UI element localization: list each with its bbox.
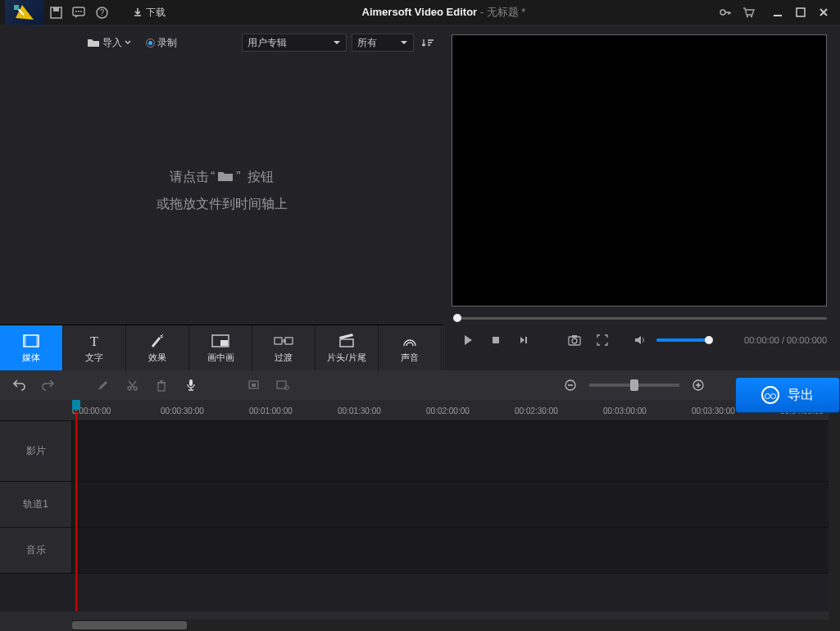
playbar: 00:00:00 / 00:00:000: [452, 326, 832, 354]
svg-point-27: [572, 338, 577, 343]
crop-button[interactable]: [243, 375, 264, 396]
timeline-area: 0:00:00:0000:00:30:0000:01:00:0000:01:30…: [0, 370, 840, 631]
preview-seekbar[interactable]: [452, 313, 832, 323]
timeline-toolbar: [0, 370, 840, 400]
svg-rect-28: [572, 335, 577, 338]
feedback-button[interactable]: [67, 1, 90, 24]
zoom-out-button[interactable]: [560, 375, 581, 396]
ruler-tick: 00:02:00:00: [426, 406, 470, 415]
save-button[interactable]: [44, 1, 67, 24]
reel-icon: [761, 386, 779, 404]
play-button[interactable]: [456, 329, 479, 352]
maximize-button[interactable]: [789, 1, 812, 24]
step-button[interactable]: [512, 329, 535, 352]
track-body[interactable]: [72, 528, 840, 573]
tab-label: 声音: [401, 352, 419, 364]
svg-point-11: [746, 15, 747, 16]
tab-effect[interactable]: 效果: [126, 325, 189, 370]
track-audio: 音乐: [0, 528, 840, 574]
zoom-slider[interactable]: [589, 384, 679, 387]
timecode-display: 00:00:00 / 00:00:000: [744, 335, 827, 345]
help-button[interactable]: ?: [90, 1, 113, 24]
import-label: 导入: [102, 36, 122, 50]
cut-button[interactable]: [121, 375, 143, 396]
svg-rect-32: [189, 379, 193, 386]
media-icon: [22, 332, 40, 350]
svg-point-36: [285, 386, 289, 390]
track-header[interactable]: 影片: [0, 421, 72, 481]
svg-rect-34: [252, 384, 256, 387]
svg-point-10: [720, 10, 725, 15]
volume-button[interactable]: [629, 329, 652, 352]
tab-label: 片头/片尾: [327, 352, 366, 364]
sort-button[interactable]: [419, 31, 437, 54]
tab-label: 效果: [148, 352, 166, 364]
delete-button[interactable]: [151, 375, 172, 396]
minimize-button[interactable]: [766, 1, 789, 24]
folder-icon: [216, 170, 234, 183]
tab-introoutro[interactable]: 片头/片尾: [316, 325, 379, 370]
text-icon: T: [87, 332, 102, 350]
svg-rect-25: [525, 337, 527, 343]
track-body[interactable]: [72, 482, 840, 527]
zoom-thumb[interactable]: [630, 379, 638, 391]
svg-point-12: [750, 15, 751, 16]
volume-slider[interactable]: [656, 338, 709, 342]
settings-button[interactable]: [272, 375, 293, 396]
sound-icon: [401, 332, 419, 350]
key-button[interactable]: [714, 1, 737, 24]
volume-thumb[interactable]: [705, 336, 713, 344]
edit-button[interactable]: [92, 375, 113, 396]
media-panel: 导入 录制 用户专辑 所有 请点击 “: [0, 25, 443, 370]
timeline-ruler[interactable]: 0:00:00:0000:00:30:0000:01:00:0000:01:30…: [0, 400, 840, 421]
tab-pip[interactable]: 画中画: [189, 325, 252, 370]
filter-dropdown[interactable]: 所有: [352, 34, 414, 52]
zoom-controls: [560, 375, 709, 396]
category-tabs: 媒体 T 文字 效果 画中画 过渡 片头/片尾: [0, 325, 443, 370]
snapshot-button[interactable]: [563, 329, 586, 352]
track-header[interactable]: 音乐: [0, 528, 72, 573]
tab-media[interactable]: 媒体: [0, 325, 63, 370]
import-button[interactable]: 导入: [82, 36, 136, 50]
svg-rect-22: [285, 338, 293, 344]
svg-rect-23: [340, 339, 353, 347]
ruler-tick: 00:00:30:00: [161, 406, 204, 415]
redo-button[interactable]: [38, 375, 59, 396]
fullscreen-button[interactable]: [591, 329, 614, 352]
window-title: Aimersoft Video Editor - 无标题 *: [362, 5, 526, 20]
download-button[interactable]: 下载: [125, 6, 174, 20]
horizontal-scrollbar[interactable]: [72, 620, 840, 631]
svg-point-5: [75, 11, 77, 12]
track-header[interactable]: 轨道1: [0, 482, 72, 527]
chevron-down-icon: [125, 40, 131, 45]
record-button[interactable]: 录制: [141, 36, 182, 50]
close-button[interactable]: [812, 1, 835, 24]
preview-viewport: [452, 34, 827, 306]
effect-icon: [149, 332, 166, 350]
track-video: 影片: [0, 421, 840, 482]
svg-rect-17: [36, 335, 39, 347]
seek-thumb[interactable]: [453, 314, 461, 322]
vertical-scrollbar[interactable]: [829, 400, 840, 620]
undo-button[interactable]: [8, 375, 30, 396]
scrollbar-thumb[interactable]: [72, 621, 187, 629]
svg-rect-16: [24, 335, 26, 347]
tab-text[interactable]: T 文字: [63, 325, 126, 370]
tab-transition[interactable]: 过渡: [252, 325, 316, 370]
ruler-tick: 00:01:00:00: [249, 406, 293, 415]
album-dropdown[interactable]: 用户专辑: [242, 34, 347, 52]
cart-button[interactable]: [737, 1, 760, 24]
tracks-container: 影片轨道1音乐: [0, 421, 840, 611]
voiceover-button[interactable]: [180, 375, 202, 396]
stop-button[interactable]: [484, 329, 507, 352]
svg-text:?: ?: [99, 8, 104, 17]
titlebar: ? 下载 Aimersoft Video Editor - 无标题 *: [0, 0, 840, 25]
export-button[interactable]: 导出: [735, 377, 840, 413]
svg-point-7: [80, 11, 82, 12]
zoom-in-button[interactable]: [688, 375, 709, 396]
track-body[interactable]: [72, 421, 840, 481]
svg-rect-13: [774, 15, 782, 16]
svg-rect-1: [14, 5, 19, 10]
svg-rect-24: [493, 337, 499, 343]
tab-sound[interactable]: 声音: [379, 325, 442, 370]
